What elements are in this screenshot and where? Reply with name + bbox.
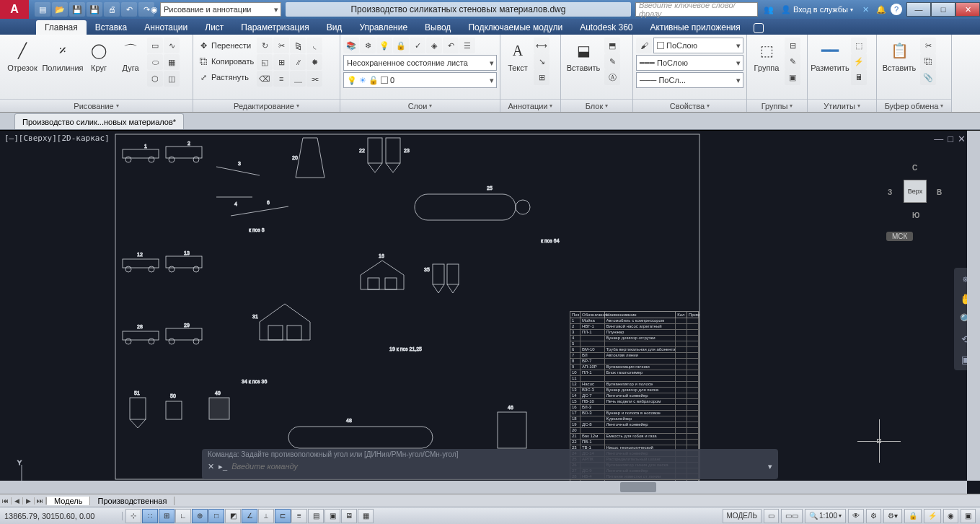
app-logo-icon[interactable] xyxy=(0,0,29,19)
stay-connected-icon[interactable]: 👥 xyxy=(762,3,775,16)
insert-block-button[interactable]: ⬓Вставить xyxy=(564,38,603,74)
polygon-icon[interactable]: ⬡ xyxy=(147,71,163,87)
scale-icon[interactable]: ◱ xyxy=(257,54,273,70)
help-icon[interactable]: ? xyxy=(891,4,902,15)
plot-icon[interactable]: 🖨 xyxy=(104,2,120,17)
copy-button[interactable]: ⿻Копировать xyxy=(196,53,255,69)
group-bbox-icon[interactable]: ▣ xyxy=(785,69,800,85)
mirror-icon[interactable]: ⧎ xyxy=(290,38,306,53)
layout-tab-model[interactable]: Модель xyxy=(47,497,90,505)
ducs-toggle[interactable]: ⟂ xyxy=(258,509,274,523)
viewcube-south[interactable]: Ю xyxy=(912,211,919,219)
polyline-button[interactable]: 𝄎Полилиния xyxy=(43,38,82,74)
trim-icon[interactable]: ✂ xyxy=(273,38,289,53)
maximize-button[interactable]: □ xyxy=(931,2,955,17)
hardware-accel-icon[interactable]: ⚡ xyxy=(924,509,941,523)
drawing-canvas[interactable]: [–][Сверху][2D-каркас] — □ ✕ 12 20 xyxy=(0,130,980,494)
isolate-objects-icon[interactable]: ◉ xyxy=(943,509,958,523)
layer-state-icon[interactable]: ☰ xyxy=(459,38,475,53)
layer-freeze-icon[interactable]: ❄ xyxy=(360,38,376,53)
copy-clip-icon[interactable]: ⿻ xyxy=(920,53,936,69)
create-block-icon[interactable]: ⬒ xyxy=(604,38,620,53)
tpy-toggle[interactable]: ▤ xyxy=(308,509,324,523)
layer-match-icon[interactable]: ✓ xyxy=(410,38,425,53)
tab-home[interactable]: Главная xyxy=(36,20,87,35)
workspace-switch-icon[interactable]: ⚙▾ xyxy=(883,509,902,523)
panel-annot-title[interactable]: Аннотации xyxy=(500,99,560,112)
tab-output[interactable]: Вывод xyxy=(416,20,459,35)
command-line[interactable]: Команда: Задайте противоположный угол ил… xyxy=(202,449,778,479)
layer-state-combo[interactable]: Несохраненное состояние листа xyxy=(343,55,497,71)
vp-close-icon[interactable]: ✕ xyxy=(958,134,966,144)
layer-prev-icon[interactable]: ↶ xyxy=(443,38,459,53)
fillet-icon[interactable]: ◟ xyxy=(306,38,322,53)
stretch-button[interactable]: ⤢Растянуть xyxy=(196,69,255,85)
annoautoscale-icon[interactable]: ⚙ xyxy=(866,509,881,523)
layout-first-icon[interactable]: ⏮ xyxy=(0,497,12,505)
sc-toggle[interactable]: 🖥 xyxy=(341,509,357,523)
color-combo[interactable]: ПоСлою xyxy=(653,38,743,53)
linetype-combo[interactable]: ─── ПоСл... xyxy=(636,72,743,88)
vertical-scrollbar[interactable] xyxy=(967,131,980,481)
ortho-toggle[interactable]: ∟ xyxy=(175,509,191,523)
annoscale-button[interactable]: 🔍1:100▾ xyxy=(805,509,846,523)
viewcube-east[interactable]: В xyxy=(937,188,942,196)
saveas-icon[interactable]: 💾 xyxy=(87,2,102,17)
lwt-toggle[interactable]: ≡ xyxy=(291,509,307,523)
rotate-icon[interactable]: ↻ xyxy=(257,38,273,53)
move-button[interactable]: ✥Перенести xyxy=(196,38,255,53)
tab-focus-icon[interactable] xyxy=(754,23,764,33)
layer-iso-icon[interactable]: ◈ xyxy=(426,38,442,53)
quick-select-icon[interactable]: ⚡ xyxy=(851,53,867,69)
dyn-toggle[interactable]: ⊏ xyxy=(275,509,291,523)
viewcube[interactable]: С З В Ю Верх МСК xyxy=(886,160,944,239)
hatch-icon[interactable]: ▦ xyxy=(164,54,180,70)
leader-icon[interactable]: ↘ xyxy=(534,53,549,69)
lineweight-combo[interactable]: ━━━ ПоСлою xyxy=(636,55,743,71)
circle-button[interactable]: ◯Круг xyxy=(84,38,114,74)
osnap-toggle[interactable]: □ xyxy=(208,509,224,523)
group-edit-icon[interactable]: ✎ xyxy=(785,53,800,69)
toolbar-lock-icon[interactable]: 🔒 xyxy=(904,509,922,523)
command-close-icon[interactable]: ✕ xyxy=(208,462,214,471)
panel-props-title[interactable]: Свойства xyxy=(633,99,746,112)
text-button[interactable]: AТекст xyxy=(503,38,532,74)
quickview-drawings-icon[interactable]: ▭▭ xyxy=(781,509,803,523)
tab-manage[interactable]: Управление xyxy=(350,20,416,35)
layout-prev-icon[interactable]: ◀ xyxy=(12,497,23,505)
line-button[interactable]: ╱Отрезок xyxy=(3,38,42,74)
region-icon[interactable]: ◫ xyxy=(164,71,180,87)
undo-icon[interactable]: ↶ xyxy=(121,2,137,17)
match-props-icon[interactable]: 🖌 xyxy=(636,38,652,53)
exchange-icon[interactable]: ✕ xyxy=(859,3,872,16)
viewcube-wcs[interactable]: МСК xyxy=(886,232,913,241)
join-icon[interactable]: ⫘ xyxy=(306,71,322,87)
dim-linear-icon[interactable]: ⟷ xyxy=(534,38,549,53)
modelspace-button[interactable]: МОДЕЛЬ xyxy=(723,509,762,523)
group-button[interactable]: ⬚Группа xyxy=(750,38,783,74)
paste-button[interactable]: 📋Вставить xyxy=(880,38,919,74)
edit-block-icon[interactable]: ✎ xyxy=(604,53,620,69)
spline-icon[interactable]: ∿ xyxy=(164,38,180,53)
ellipse-icon[interactable]: ⬭ xyxy=(147,54,163,70)
command-recent-icon[interactable]: ▾ xyxy=(768,462,772,471)
otrack-toggle[interactable]: ∠ xyxy=(242,509,257,523)
current-layer-combo[interactable]: 💡☀🔓0 xyxy=(343,72,497,88)
annovisibility-icon[interactable]: 👁 xyxy=(848,509,864,523)
infer-constraints-toggle[interactable]: ⊹ xyxy=(125,509,141,523)
clean-screen-icon[interactable]: ▣ xyxy=(961,509,976,523)
layout-next-icon[interactable]: ▶ xyxy=(23,497,35,505)
snap-toggle[interactable]: ∷ xyxy=(142,509,158,523)
select-all-icon[interactable]: ⬚ xyxy=(851,38,867,53)
am-toggle[interactable]: ▦ xyxy=(358,509,374,523)
qp-toggle[interactable]: ▣ xyxy=(325,509,340,523)
close-button[interactable]: ✕ xyxy=(955,2,980,17)
explode-icon[interactable]: ✸ xyxy=(306,54,322,70)
offset-icon[interactable]: ⫽ xyxy=(290,54,306,70)
tab-layout[interactable]: Лист xyxy=(196,20,232,35)
align-icon[interactable]: ≡ xyxy=(273,71,289,87)
array-icon[interactable]: ⊞ xyxy=(273,54,289,70)
layer-lock-icon[interactable]: 🔒 xyxy=(393,38,409,53)
quickview-layouts-icon[interactable]: ▭ xyxy=(764,509,779,523)
tab-express[interactable]: Активные приложения xyxy=(642,20,749,35)
